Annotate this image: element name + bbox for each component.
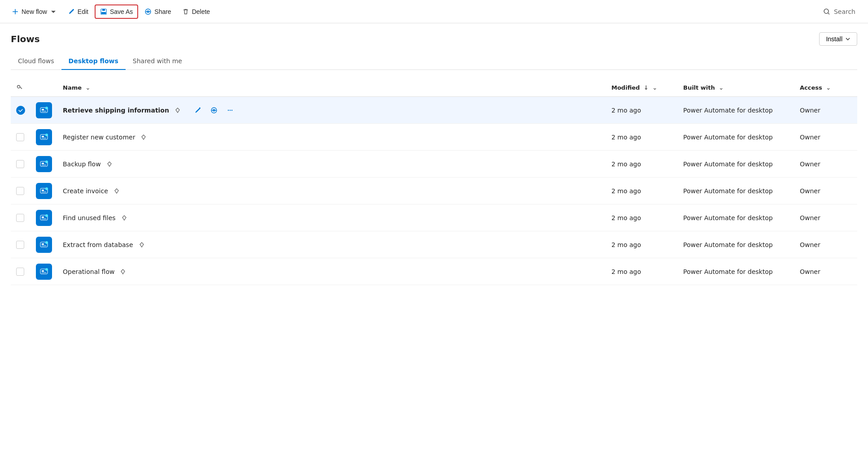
flow-type-icon-cell <box>31 178 57 204</box>
premium-diamond-icon <box>106 161 113 167</box>
flow-name: Retrieve shipping information <box>63 107 169 114</box>
row-more-button[interactable] <box>224 104 236 117</box>
flow-icon <box>36 183 52 199</box>
flow-name: Find unused files <box>63 214 116 221</box>
svg-point-40 <box>45 268 48 271</box>
flow-name: Register new customer <box>63 134 135 141</box>
search-label: Search <box>834 8 855 15</box>
svg-rect-22 <box>42 163 44 164</box>
svg-rect-34 <box>42 243 44 245</box>
row-checkbox[interactable] <box>11 258 31 285</box>
flow-type-icon-cell <box>31 204 57 231</box>
flow-name-cell: Operational flow <box>57 258 606 285</box>
flow-type-icon-cell <box>31 97 57 124</box>
toolbar: New flow Edit Save As Share Delete <box>0 0 868 23</box>
row-share-button[interactable] <box>208 104 220 117</box>
row-checkbox[interactable] <box>11 151 31 178</box>
flow-modified: 2 mo ago <box>606 178 678 204</box>
row-actions <box>192 104 236 117</box>
page-content: Flows Install Cloud flows Desktop flows … <box>0 23 868 285</box>
row-checkbox[interactable] <box>11 204 31 231</box>
table-row[interactable]: Create invoice 2 mo agoPower Automate fo… <box>11 178 857 204</box>
unchecked-box <box>16 133 24 141</box>
premium-diamond-icon <box>140 134 147 140</box>
flow-built-with: Power Automate for desktop <box>678 204 794 231</box>
tab-shared-with-me[interactable]: Shared with me <box>126 53 189 70</box>
new-flow-button[interactable]: New flow <box>7 5 61 18</box>
th-built-with[interactable]: Built with ⌄ <box>678 79 794 97</box>
flow-type-icon-cell <box>31 151 57 178</box>
flow-name: Extract from database <box>63 241 133 248</box>
edit-label: Edit <box>78 8 88 15</box>
th-flow-icon <box>31 79 57 97</box>
table-row[interactable]: Register new customer 2 mo agoPower Auto… <box>11 124 857 151</box>
flows-table: Name ⌄ Modified ↓ ⌄ Built with ⌄ Access … <box>11 79 857 285</box>
delete-button[interactable]: Delete <box>178 5 214 18</box>
flow-icon <box>36 156 52 172</box>
svg-point-28 <box>45 187 48 190</box>
flow-type-icon-cell <box>31 258 57 285</box>
save-as-button[interactable]: Save As <box>95 4 138 19</box>
unchecked-box <box>16 160 24 168</box>
svg-point-14 <box>228 109 229 110</box>
flow-modified: 2 mo ago <box>606 124 678 151</box>
th-name[interactable]: Name ⌄ <box>57 79 606 97</box>
table-row[interactable]: Backup flow 2 mo agoPower Automate for d… <box>11 151 857 178</box>
row-edit-button[interactable] <box>192 104 204 117</box>
flow-name-cell: Retrieve shipping information <box>57 97 606 124</box>
flow-icon <box>36 210 52 226</box>
flow-access: Owner <box>794 178 857 204</box>
table-row[interactable]: Retrieve shipping information <box>11 97 857 124</box>
flow-name-cell: Extract from database <box>57 231 606 258</box>
page-title: Flows <box>11 34 40 44</box>
tab-desktop-flows[interactable]: Desktop flows <box>61 53 126 70</box>
flow-icon <box>36 129 52 145</box>
flow-modified: 2 mo ago <box>606 258 678 285</box>
row-edit-icon <box>194 107 201 114</box>
share-icon <box>144 8 152 15</box>
tab-cloud-flows[interactable]: Cloud flows <box>11 53 61 70</box>
svg-rect-1 <box>102 9 105 11</box>
table-row[interactable]: Operational flow 2 mo agoPower Automate … <box>11 258 857 285</box>
install-button[interactable]: Install <box>819 32 857 46</box>
table-row[interactable]: Extract from database 2 mo agoPower Auto… <box>11 231 857 258</box>
modified-sort-icon: ⌄ <box>652 84 657 91</box>
plus-icon <box>12 8 19 15</box>
search-area[interactable]: Search <box>818 5 861 18</box>
row-share-icon <box>210 107 218 114</box>
premium-diamond-icon <box>139 242 145 248</box>
row-checkbox[interactable] <box>11 97 31 124</box>
delete-label: Delete <box>192 8 210 15</box>
th-access[interactable]: Access ⌄ <box>794 79 857 97</box>
svg-point-11 <box>45 107 48 109</box>
svg-point-7 <box>17 86 20 88</box>
premium-diamond-icon <box>174 107 181 113</box>
flow-name: Create invoice <box>63 187 108 195</box>
svg-line-6 <box>828 13 829 14</box>
flow-modified: 2 mo ago <box>606 204 678 231</box>
row-checkbox[interactable] <box>11 124 31 151</box>
flow-icon <box>36 264 52 280</box>
access-sort-icon: ⌄ <box>826 84 831 91</box>
premium-diamond-icon <box>120 269 126 275</box>
flow-built-with: Power Automate for desktop <box>678 178 794 204</box>
premium-diamond-icon <box>121 215 127 221</box>
dropdown-arrow-icon <box>50 8 57 15</box>
row-checkbox[interactable] <box>11 231 31 258</box>
table-row[interactable]: Find unused files 2 mo agoPower Automate… <box>11 204 857 231</box>
flow-name-cell: Find unused files <box>57 204 606 231</box>
flow-modified: 2 mo ago <box>606 97 678 124</box>
flow-built-with: Power Automate for desktop <box>678 258 794 285</box>
share-button[interactable]: Share <box>140 5 175 18</box>
flow-built-with: Power Automate for desktop <box>678 97 794 124</box>
delete-icon <box>182 8 189 15</box>
th-modified[interactable]: Modified ↓ ⌄ <box>606 79 678 97</box>
flow-access: Owner <box>794 124 857 151</box>
page-header: Flows Install <box>11 32 857 46</box>
row-checkbox[interactable] <box>11 178 31 204</box>
new-flow-label: New flow <box>22 8 47 15</box>
svg-point-16 <box>231 109 232 110</box>
edit-button[interactable]: Edit <box>63 5 93 18</box>
save-as-icon <box>100 8 107 15</box>
checked-icon <box>16 106 25 115</box>
